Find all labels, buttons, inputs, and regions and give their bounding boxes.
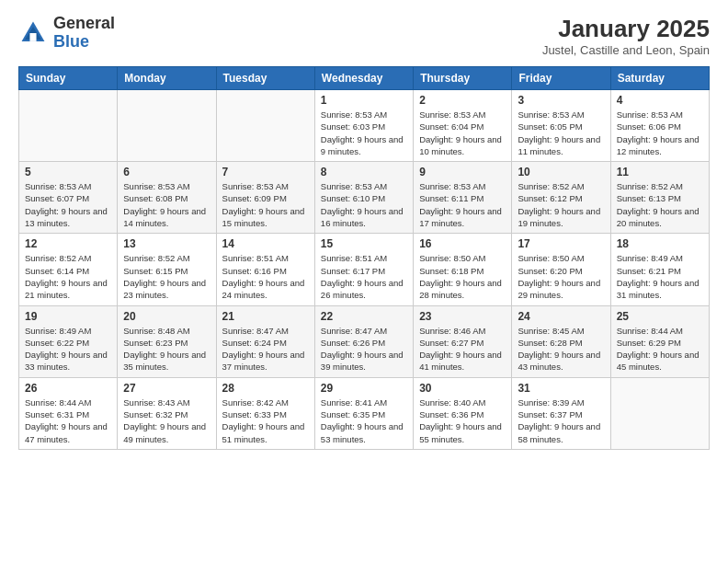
day-detail: Sunrise: 8:53 AM Sunset: 6:09 PM Dayligh…: [222, 180, 309, 229]
calendar-cell: 17Sunrise: 8:50 AM Sunset: 6:20 PM Dayli…: [512, 234, 610, 305]
day-number: 27: [123, 382, 210, 395]
calendar-cell: 6Sunrise: 8:53 AM Sunset: 6:08 PM Daylig…: [118, 162, 216, 234]
day-detail: Sunrise: 8:44 AM Sunset: 6:29 PM Dayligh…: [617, 325, 703, 373]
calendar-cell: [118, 90, 216, 162]
calendar-cell: 3Sunrise: 8:53 AM Sunset: 6:05 PM Daylig…: [512, 90, 610, 162]
calendar-cell: 14Sunrise: 8:51 AM Sunset: 6:16 PM Dayli…: [216, 234, 314, 305]
calendar-cell: 11Sunrise: 8:52 AM Sunset: 6:13 PM Dayli…: [610, 162, 709, 234]
day-number: 9: [419, 166, 506, 178]
day-detail: Sunrise: 8:41 AM Sunset: 6:35 PM Dayligh…: [321, 396, 407, 445]
day-number: 1: [321, 94, 407, 107]
calendar-table: SundayMondayTuesdayWednesdayThursdayFrid…: [18, 66, 710, 450]
calendar-cell: 10Sunrise: 8:52 AM Sunset: 6:12 PM Dayli…: [512, 162, 610, 234]
day-detail: Sunrise: 8:53 AM Sunset: 6:06 PM Dayligh…: [617, 109, 703, 157]
calendar-cell: 19Sunrise: 8:49 AM Sunset: 6:22 PM Dayli…: [19, 305, 118, 377]
calendar-cell: 27Sunrise: 8:43 AM Sunset: 6:32 PM Dayli…: [118, 377, 216, 449]
calendar-cell: 1Sunrise: 8:53 AM Sunset: 6:03 PM Daylig…: [314, 90, 413, 162]
day-number: 26: [25, 382, 111, 395]
day-number: 13: [123, 237, 210, 250]
calendar-cell: 20Sunrise: 8:48 AM Sunset: 6:23 PM Dayli…: [118, 305, 216, 377]
calendar-header-thursday: Thursday: [414, 67, 512, 90]
calendar-cell: [610, 377, 709, 449]
calendar-week-3: 12Sunrise: 8:52 AM Sunset: 6:14 PM Dayli…: [19, 234, 710, 305]
day-detail: Sunrise: 8:44 AM Sunset: 6:31 PM Dayligh…: [25, 396, 111, 445]
day-number: 8: [321, 166, 407, 178]
day-number: 31: [518, 382, 604, 395]
day-detail: Sunrise: 8:53 AM Sunset: 6:05 PM Dayligh…: [518, 109, 604, 157]
day-detail: Sunrise: 8:52 AM Sunset: 6:12 PM Dayligh…: [518, 180, 604, 229]
day-number: 28: [222, 382, 309, 395]
day-number: 29: [321, 382, 407, 395]
calendar-cell: 29Sunrise: 8:41 AM Sunset: 6:35 PM Dayli…: [314, 377, 413, 449]
day-detail: Sunrise: 8:47 AM Sunset: 6:24 PM Dayligh…: [222, 325, 309, 373]
logo-icon: [18, 18, 48, 48]
day-detail: Sunrise: 8:53 AM Sunset: 6:10 PM Dayligh…: [321, 180, 407, 229]
day-number: 16: [419, 237, 506, 250]
day-number: 4: [617, 94, 703, 107]
calendar-header-tuesday: Tuesday: [216, 67, 314, 90]
logo-general-text: General: [53, 14, 115, 32]
day-detail: Sunrise: 8:47 AM Sunset: 6:26 PM Dayligh…: [321, 325, 407, 373]
calendar-cell: 13Sunrise: 8:52 AM Sunset: 6:15 PM Dayli…: [118, 234, 216, 305]
calendar-cell: 23Sunrise: 8:46 AM Sunset: 6:27 PM Dayli…: [414, 305, 512, 377]
day-detail: Sunrise: 8:45 AM Sunset: 6:28 PM Dayligh…: [518, 325, 604, 373]
svg-rect-2: [29, 33, 36, 41]
day-detail: Sunrise: 8:49 AM Sunset: 6:22 PM Dayligh…: [25, 325, 111, 373]
day-detail: Sunrise: 8:51 AM Sunset: 6:16 PM Dayligh…: [222, 252, 309, 301]
page: General Blue January 2025 Justel, Castil…: [0, 0, 728, 563]
calendar-cell: 30Sunrise: 8:40 AM Sunset: 6:36 PM Dayli…: [414, 377, 512, 449]
day-number: 12: [25, 237, 111, 250]
calendar-cell: [216, 90, 314, 162]
day-detail: Sunrise: 8:53 AM Sunset: 6:04 PM Dayligh…: [419, 109, 506, 157]
day-detail: Sunrise: 8:50 AM Sunset: 6:20 PM Dayligh…: [518, 252, 604, 301]
calendar-week-4: 19Sunrise: 8:49 AM Sunset: 6:22 PM Dayli…: [19, 305, 710, 377]
day-number: 21: [222, 310, 309, 323]
day-number: 17: [518, 237, 604, 250]
calendar-header-row: SundayMondayTuesdayWednesdayThursdayFrid…: [19, 67, 710, 90]
day-number: 7: [222, 166, 309, 178]
day-number: 5: [25, 166, 111, 178]
logo-text: General Blue: [53, 15, 115, 52]
day-number: 22: [321, 310, 407, 323]
day-number: 20: [123, 310, 210, 323]
day-detail: Sunrise: 8:46 AM Sunset: 6:27 PM Dayligh…: [419, 325, 506, 373]
day-number: 2: [419, 94, 506, 107]
day-number: 14: [222, 237, 309, 250]
calendar-header-saturday: Saturday: [610, 67, 709, 90]
day-number: 10: [518, 166, 604, 178]
day-detail: Sunrise: 8:42 AM Sunset: 6:33 PM Dayligh…: [222, 396, 309, 445]
calendar-cell: 22Sunrise: 8:47 AM Sunset: 6:26 PM Dayli…: [314, 305, 413, 377]
day-detail: Sunrise: 8:48 AM Sunset: 6:23 PM Dayligh…: [123, 325, 210, 373]
day-number: 19: [25, 310, 111, 323]
calendar-cell: 18Sunrise: 8:49 AM Sunset: 6:21 PM Dayli…: [610, 234, 709, 305]
calendar-week-2: 5Sunrise: 8:53 AM Sunset: 6:07 PM Daylig…: [19, 162, 710, 234]
calendar-week-1: 1Sunrise: 8:53 AM Sunset: 6:03 PM Daylig…: [19, 90, 710, 162]
calendar-cell: 25Sunrise: 8:44 AM Sunset: 6:29 PM Dayli…: [610, 305, 709, 377]
calendar-cell: 16Sunrise: 8:50 AM Sunset: 6:18 PM Dayli…: [414, 234, 512, 305]
day-number: 6: [123, 166, 210, 178]
calendar-cell: 4Sunrise: 8:53 AM Sunset: 6:06 PM Daylig…: [610, 90, 709, 162]
calendar-header-wednesday: Wednesday: [314, 67, 413, 90]
calendar-cell: [19, 90, 118, 162]
logo: General Blue: [18, 15, 115, 52]
calendar-cell: 8Sunrise: 8:53 AM Sunset: 6:10 PM Daylig…: [314, 162, 413, 234]
day-number: 24: [518, 310, 604, 323]
calendar-cell: 9Sunrise: 8:53 AM Sunset: 6:11 PM Daylig…: [414, 162, 512, 234]
day-detail: Sunrise: 8:52 AM Sunset: 6:15 PM Dayligh…: [123, 252, 210, 301]
day-detail: Sunrise: 8:43 AM Sunset: 6:32 PM Dayligh…: [123, 396, 210, 445]
day-number: 30: [419, 382, 506, 395]
calendar-header-friday: Friday: [512, 67, 610, 90]
calendar-cell: 5Sunrise: 8:53 AM Sunset: 6:07 PM Daylig…: [19, 162, 118, 234]
header: General Blue January 2025 Justel, Castil…: [18, 15, 710, 57]
day-detail: Sunrise: 8:39 AM Sunset: 6:37 PM Dayligh…: [518, 396, 604, 445]
calendar-cell: 2Sunrise: 8:53 AM Sunset: 6:04 PM Daylig…: [414, 90, 512, 162]
day-detail: Sunrise: 8:53 AM Sunset: 6:11 PM Dayligh…: [419, 180, 506, 229]
calendar-header-monday: Monday: [118, 67, 216, 90]
calendar-cell: 12Sunrise: 8:52 AM Sunset: 6:14 PM Dayli…: [19, 234, 118, 305]
logo-blue-text: Blue: [53, 32, 89, 51]
calendar-header-sunday: Sunday: [19, 67, 118, 90]
day-detail: Sunrise: 8:53 AM Sunset: 6:03 PM Dayligh…: [321, 109, 407, 157]
page-subtitle: Justel, Castille and Leon, Spain: [542, 43, 710, 57]
calendar-cell: 21Sunrise: 8:47 AM Sunset: 6:24 PM Dayli…: [216, 305, 314, 377]
calendar-cell: 28Sunrise: 8:42 AM Sunset: 6:33 PM Dayli…: [216, 377, 314, 449]
